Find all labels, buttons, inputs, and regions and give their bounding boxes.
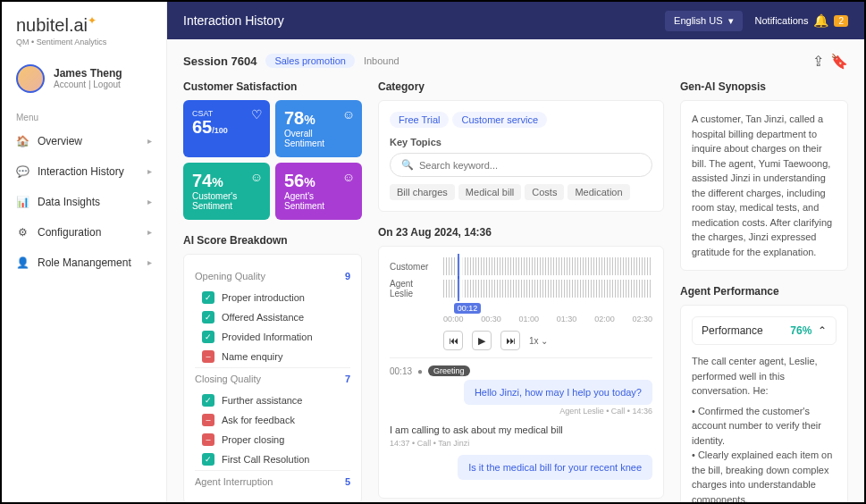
category-card: Free TrialCustomer service Key Topics 🔍 … [378, 100, 664, 212]
time-tick: 02:30 [632, 315, 652, 323]
chevron-right-icon: ▸ [147, 197, 152, 206]
session-tag-secondary: Inbound [364, 55, 399, 66]
language-label: English US [674, 15, 722, 26]
chevron-right-icon: ▸ [147, 136, 152, 146]
time-tick: 01:30 [557, 315, 577, 323]
notifications-button[interactable]: Notifications 🔔 2 [755, 13, 848, 28]
sidebar-item-insights[interactable]: 📊Data Insights▸ [2, 187, 166, 217]
chat-bubble: Is it the medical bill for your recent k… [458, 455, 652, 480]
score-group-toggle[interactable]: Agent Interruption [195, 476, 273, 487]
score-group-toggle[interactable]: Closing Quality [195, 374, 261, 384]
star-icon: ✦ [88, 14, 97, 27]
sidebar-item-overview[interactable]: 🏠Overview▸ [2, 126, 166, 156]
gear-icon: ⚙ [16, 226, 29, 239]
user-icon: 👤 [16, 256, 29, 269]
sidebar-item-label: Overview [38, 135, 82, 147]
time-tick: 02:00 [594, 315, 615, 323]
performance-toggle[interactable]: Performance 76% ⌃ [692, 316, 837, 345]
menu-section-label: Menu [2, 105, 166, 126]
bookmark-icon[interactable]: 🔖 [830, 52, 848, 70]
playhead-time: 00:12 [454, 303, 482, 314]
minus-icon: – [202, 433, 214, 446]
chat-icon: 💬 [16, 165, 29, 178]
topic-tag[interactable]: Costs [525, 184, 564, 200]
minus-icon: – [202, 350, 214, 363]
performance-bullet: Clearly explained each item on the bill,… [692, 448, 837, 502]
bell-icon: 🔔 [813, 13, 828, 28]
track-agent-label: AgentLeslie [390, 279, 436, 298]
performance-intro: The call center agent, Leslie, performed… [692, 354, 837, 399]
sidebar-item-label: Data Insights [38, 196, 100, 208]
user-account-link[interactable]: Account | Logout [54, 80, 122, 89]
sidebar-item-history[interactable]: 💬Interaction History▸ [2, 156, 166, 187]
avatar[interactable] [16, 64, 45, 93]
csat-card[interactable]: ☺74%Customer's Sentiment [183, 163, 270, 220]
score-item: ✓Provided Information [195, 328, 350, 346]
score-group-toggle[interactable]: Opening Quality [195, 271, 265, 281]
synopsis-heading: Gen-AI Synopsis [680, 80, 848, 93]
csat-grid: ♡CSAT65/100☺78%Overall Sentiment☺74%Cust… [183, 100, 362, 220]
chevron-down-icon: ⌄ [541, 336, 548, 346]
chat-bubble: I am calling to ask about my medical bil… [390, 423, 563, 437]
score-item: ✓Further assistance [195, 391, 350, 409]
keyword-search-input[interactable] [419, 160, 641, 171]
csat-card[interactable]: ☺78%Overall Sentiment [275, 100, 362, 157]
chat-message: I am calling to ask about my medical bil… [390, 423, 652, 448]
key-topics-label: Key Topics [390, 137, 652, 147]
minus-icon: – [202, 414, 214, 426]
transcript-segment-label: Greeting [428, 365, 470, 376]
chat-meta: 14:37 • Call • Tan Jinzi [390, 439, 652, 448]
topic-tag[interactable]: Bill charges [390, 184, 455, 200]
topic-tag[interactable]: Medication [568, 184, 629, 200]
time-tick: 01:00 [519, 315, 540, 323]
score-item: ✓Proper introduction [195, 289, 350, 307]
smile-icon: ☺ [342, 170, 355, 184]
score-item: –Proper closing [195, 431, 350, 449]
recording-card: Customer AgentLeslie 00:12 [378, 246, 664, 499]
user-block: James Theng Account | Logout [2, 52, 166, 105]
tagline: QM • Sentiment Analytics [16, 38, 152, 46]
chevron-down-icon: ▾ [728, 15, 734, 27]
topic-tag[interactable]: Medical bill [458, 184, 521, 200]
notifications-badge: 2 [834, 15, 848, 27]
sidebar-nav: 🏠Overview▸💬Interaction History▸📊Data Ins… [2, 126, 166, 278]
session-tag-primary[interactable]: Sales promotion [265, 54, 355, 68]
score-breakdown-card: Opening Quality9✓Proper introduction✓Off… [183, 254, 362, 502]
track-customer-label: Customer [390, 262, 436, 272]
time-axis: 00:0000:3001:0001:3002:0002:30 [443, 315, 652, 323]
user-name: James Theng [54, 67, 122, 80]
keyword-search[interactable]: 🔍 [390, 153, 652, 177]
category-tag[interactable]: Customer service [452, 112, 547, 128]
sidebar-item-label: Role Manangement [38, 256, 131, 269]
score-item: –Ask for feedback [195, 411, 350, 429]
chat-message: Hello Jinzi, how may I help you today?Ag… [390, 380, 652, 416]
check-icon: ✓ [202, 453, 214, 466]
notifications-label: Notifications [755, 15, 809, 26]
sidebar-item-label: Interaction History [38, 165, 124, 178]
time-tick: 00:00 [443, 315, 464, 323]
waveform-customer[interactable] [443, 257, 652, 275]
smile-icon: ☺ [250, 170, 263, 184]
waveform-agent[interactable]: 00:12 [443, 280, 652, 298]
transcript: 00:13 ● Greeting Hello Jinzi, how may I … [390, 357, 652, 480]
chart-icon: 📊 [16, 196, 29, 208]
skip-forward-button[interactable]: ⏭ [500, 331, 520, 350]
score-group-value: 9 [345, 271, 350, 281]
sidebar-item-config[interactable]: ⚙Configuration▸ [2, 217, 166, 248]
category-tag[interactable]: Free Trial [390, 112, 449, 128]
sidebar-item-roles[interactable]: 👤Role Manangement▸ [2, 248, 166, 278]
skip-back-button[interactable]: ⏮ [443, 331, 463, 350]
logo: nubitel.ai✦ [16, 14, 152, 36]
language-selector[interactable]: English US ▾ [665, 11, 742, 31]
csat-card[interactable]: ♡CSAT65/100 [183, 100, 270, 157]
chevron-right-icon: ▸ [147, 227, 152, 237]
play-button[interactable]: ▶ [472, 331, 492, 350]
chat-bubble: Hello Jinzi, how may I help you today? [464, 380, 652, 405]
playback-speed[interactable]: 1x ⌄ [529, 336, 548, 346]
session-title: Session 7604 [183, 55, 256, 68]
share-icon[interactable]: ⇪ [810, 52, 828, 70]
score-item: ✓First Call Resolution [195, 450, 350, 468]
check-icon: ✓ [202, 291, 214, 304]
csat-card[interactable]: ☺56%Agent's Sentiment [275, 163, 362, 220]
logo-block: nubitel.ai✦ QM • Sentiment Analytics [2, 2, 166, 52]
